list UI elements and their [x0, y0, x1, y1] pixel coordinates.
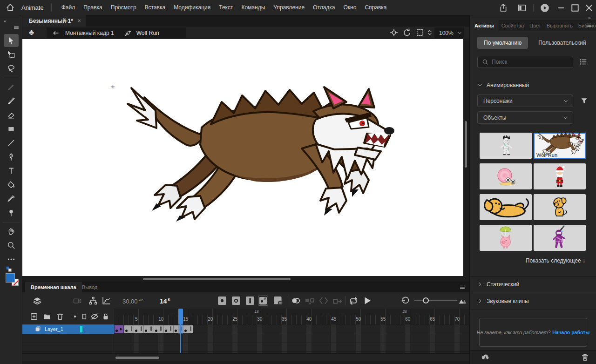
timeline-scrollbar-thumb[interactable]	[115, 357, 159, 359]
play-button[interactable]	[362, 296, 372, 306]
reset-zoom-icon[interactable]	[400, 296, 410, 305]
asset-thumb-mummy[interactable]	[480, 133, 532, 159]
auto-keyframe-button[interactable]: A	[258, 296, 268, 306]
add-folder-icon[interactable]	[43, 312, 51, 321]
timeline-menu-icon[interactable]	[459, 284, 466, 290]
clover-icon[interactable]: ♣	[29, 28, 34, 37]
timeline-zoom-slider[interactable]	[414, 300, 457, 301]
classic-tween-button[interactable]	[305, 296, 315, 306]
search-input[interactable]	[492, 59, 562, 65]
asset-thumb-santa[interactable]	[534, 163, 586, 189]
collapse-left-icon[interactable]: «	[4, 18, 6, 24]
list-view-icon[interactable]	[579, 58, 587, 66]
chevron-down-icon[interactable]	[457, 30, 462, 36]
timeline-scrollbar-track[interactable]	[22, 353, 469, 361]
share-icon[interactable]	[499, 3, 508, 13]
panel-tab-1[interactable]: Свойства	[499, 20, 527, 31]
section-static[interactable]: Статический	[470, 279, 596, 290]
panel-tab-3[interactable]: Выровнять	[544, 20, 576, 31]
menu-item-5[interactable]: Текст	[215, 0, 237, 15]
asset-thumb-pig-parachute[interactable]	[480, 225, 532, 251]
menu-item-8[interactable]: Отладка	[309, 0, 339, 15]
asset-thumb-dog-sitting[interactable]	[534, 194, 586, 220]
lasso-tool[interactable]	[4, 62, 19, 75]
menu-item-6[interactable]: Команды	[237, 0, 270, 15]
clip-content-icon[interactable]	[415, 28, 425, 37]
layer-name[interactable]: Layer_1	[45, 326, 63, 332]
asset-drop-zone[interactable]: Не знаете, как это работает? Начало рабо…	[479, 318, 587, 347]
visibility-icon[interactable]	[90, 312, 99, 321]
panel-menu-icon[interactable]	[585, 22, 592, 28]
menu-item-0[interactable]: Файл	[57, 0, 80, 15]
timeline-ruler[interactable]: 1s2s 510152025303540455055606570	[114, 309, 469, 324]
delete-frame-button[interactable]	[273, 296, 283, 306]
layer-row[interactable]: Layer_1	[22, 324, 114, 334]
menu-item-7[interactable]: Управление	[269, 0, 309, 15]
more-tool[interactable]	[4, 253, 19, 266]
line-tool[interactable]	[4, 136, 19, 149]
fps-display[interactable]: 30,00к/с	[122, 298, 143, 305]
add-layer-icon[interactable]	[30, 312, 38, 321]
play-circle-icon[interactable]	[540, 3, 549, 13]
asset-thumb-ninja[interactable]	[534, 225, 586, 251]
insert-keyframe-button[interactable]	[217, 296, 227, 306]
close-button[interactable]	[582, 2, 596, 13]
shape-tween-button[interactable]	[318, 296, 329, 306]
show-next-link[interactable]: Показать следующее ↓	[526, 257, 585, 264]
asset-thumb-snail[interactable]	[480, 163, 532, 189]
help-link[interactable]: Начало работы	[552, 330, 589, 335]
characters-dropdown[interactable]: Персонажи	[477, 94, 573, 107]
stepper-icon[interactable]	[427, 28, 433, 37]
asset-thumb-wolf-run[interactable]: Wolf Run	[534, 133, 586, 159]
onion-skin-button[interactable]	[291, 296, 301, 306]
eyedropper-tool[interactable]	[4, 192, 19, 205]
lock-icon[interactable]	[102, 312, 110, 321]
rotate-view-icon[interactable]	[402, 28, 412, 37]
hand-tool[interactable]	[4, 225, 19, 238]
outline-rect-icon[interactable]	[80, 312, 88, 321]
swap-colors-icon[interactable]	[6, 266, 12, 272]
outline-dot-icon[interactable]	[71, 312, 79, 321]
tab-output[interactable]: Вывод	[76, 282, 103, 292]
fill-color-swatch[interactable]	[6, 273, 15, 283]
trash-icon[interactable]	[581, 353, 589, 362]
free-transform-tool[interactable]	[4, 48, 19, 61]
asset-thumb-dog-lying[interactable]	[480, 194, 532, 220]
document-tab[interactable]: Безымянный-1* ×	[22, 15, 86, 27]
asset-warp-tool[interactable]	[4, 206, 19, 219]
layer-color-swatch[interactable]	[80, 326, 82, 332]
stage-vertical-scrollbar[interactable]	[465, 121, 467, 168]
stage-canvas[interactable]: +	[22, 39, 463, 276]
breadcrumb-scene[interactable]: Монтажный кадр 1	[65, 30, 114, 36]
menu-item-1[interactable]: Правка	[79, 0, 107, 15]
menu-item-3[interactable]: Вставка	[141, 0, 170, 15]
panel-tab-2[interactable]: Цвет	[527, 20, 544, 31]
minimize-button[interactable]	[554, 2, 568, 13]
delete-layer-icon[interactable]	[56, 312, 64, 321]
mode-default-button[interactable]: По умолчанию	[477, 37, 528, 49]
tab-timeline[interactable]: Временная шкала	[25, 282, 82, 292]
center-stage-icon[interactable]	[389, 28, 399, 37]
frame-count-display[interactable]: 14К	[160, 297, 170, 305]
menu-item-2[interactable]: Просмотр	[107, 0, 141, 15]
hierarchy-icon[interactable]	[88, 296, 98, 305]
objects-dropdown[interactable]: Объекты	[477, 111, 573, 124]
mode-custom-button[interactable]: Пользовательский	[532, 37, 593, 49]
zoom-control[interactable]: 100%	[434, 27, 464, 38]
search-box[interactable]	[477, 56, 573, 68]
frames-area[interactable]	[114, 324, 469, 353]
graph-icon[interactable]	[102, 296, 111, 305]
fluid-brush-tool[interactable]	[4, 81, 19, 94]
tab-close-icon[interactable]: ×	[78, 18, 81, 24]
eraser-tool[interactable]	[4, 108, 19, 121]
panel-tab-0[interactable]: Активы	[470, 20, 499, 31]
workspace-icon[interactable]	[517, 3, 527, 13]
hamburger-icon[interactable]	[13, 25, 20, 30]
section-animated[interactable]: Анимированный	[470, 80, 596, 91]
motion-tween-button[interactable]	[332, 296, 343, 306]
home-icon[interactable]	[6, 3, 15, 12]
insert-frame-button[interactable]	[245, 296, 255, 306]
paint-bucket-tool[interactable]	[4, 178, 19, 191]
pen-tool[interactable]	[4, 150, 19, 163]
breadcrumb-symbol[interactable]: Wolf Run	[136, 30, 159, 36]
